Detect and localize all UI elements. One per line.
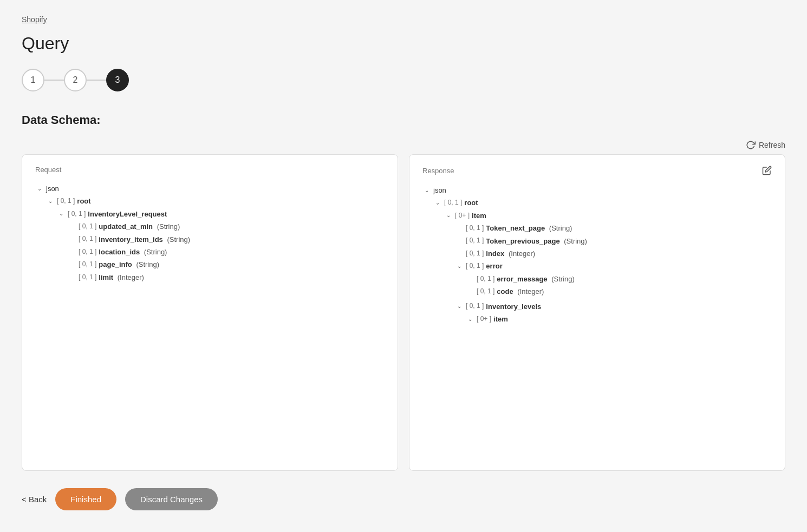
field-page-info: [ 0, 1 ] page_info (String) xyxy=(68,258,385,271)
field-location-ids: [ 0, 1 ] location_ids (String) xyxy=(68,246,385,258)
field-token-next-page: [ 0, 1 ] Token_next_page (String) xyxy=(455,222,772,234)
bottom-bar: < Back Finished Discard Changes xyxy=(22,471,785,510)
field-error-message: [ 0, 1 ] error_message (String) xyxy=(466,273,772,285)
edit-icon xyxy=(762,166,772,175)
section-title: Data Schema: xyxy=(22,113,785,127)
field-limit: [ 0, 1 ] limit (Integer) xyxy=(68,271,385,284)
json-label-req: json xyxy=(46,182,59,195)
chevron-item-inner[interactable]: ⌄ xyxy=(466,315,474,324)
chevron-root-req[interactable]: ⌄ xyxy=(46,197,55,206)
refresh-button[interactable]: Refresh xyxy=(746,140,785,150)
chevron-item-res[interactable]: ⌄ xyxy=(444,211,453,220)
field-token-previous-page: [ 0, 1 ] Token_previous_page (String) xyxy=(455,235,772,247)
step-1[interactable]: 1 xyxy=(22,69,44,91)
step-connector-2 xyxy=(87,80,106,81)
step-3[interactable]: 3 xyxy=(106,69,129,91)
panels-row: Request ⌄ json ⌄ [ 0, 1 ] root xyxy=(22,154,785,471)
page-title: Query xyxy=(22,34,785,54)
chevron-root-res[interactable]: ⌄ xyxy=(433,199,442,207)
request-panel: Request ⌄ json ⌄ [ 0, 1 ] root xyxy=(22,154,398,471)
field-index: [ 0, 1 ] index (Integer) xyxy=(455,247,772,260)
request-label: Request xyxy=(35,166,385,174)
field-inventory-item-ids: [ 0, 1 ] inventory_item_ids (String) xyxy=(68,233,385,246)
chevron-error[interactable]: ⌄ xyxy=(455,262,464,271)
response-tree: ⌄ json ⌄ [ 0, 1 ] root xyxy=(422,184,772,325)
chevron-json-req[interactable]: ⌄ xyxy=(35,185,44,193)
discard-changes-button[interactable]: Discard Changes xyxy=(125,488,218,510)
schema-area: Refresh Request ⌄ json ⌄ xyxy=(22,140,785,510)
edit-button[interactable] xyxy=(762,166,772,175)
page-container: Shopify Query 1 2 3 Data Schema: Refresh xyxy=(0,0,807,532)
field-updated-at-min: [ 0, 1 ] updated_at_min (String) xyxy=(68,220,385,233)
request-tree: ⌄ json ⌄ [ 0, 1 ] root xyxy=(35,182,385,284)
breadcrumb: Shopify xyxy=(22,15,785,24)
json-label-res: json xyxy=(433,184,446,196)
chevron-inventory-levels[interactable]: ⌄ xyxy=(455,302,464,311)
refresh-icon xyxy=(746,140,756,150)
step-connector-1 xyxy=(44,80,64,81)
back-button[interactable]: < Back xyxy=(22,495,47,504)
response-panel: Response ⌄ json xyxy=(409,154,785,471)
stepper: 1 2 3 xyxy=(22,69,785,91)
chevron-inventorylevel-req[interactable]: ⌄ xyxy=(57,209,66,218)
breadcrumb-link[interactable]: Shopify xyxy=(22,15,47,24)
refresh-bar: Refresh xyxy=(22,140,785,150)
response-label: Response xyxy=(422,167,454,175)
field-code: [ 0, 1 ] code (Integer) xyxy=(466,285,772,298)
step-2[interactable]: 2 xyxy=(64,69,87,91)
chevron-json-res[interactable]: ⌄ xyxy=(422,186,431,195)
finished-button[interactable]: Finished xyxy=(55,488,116,510)
